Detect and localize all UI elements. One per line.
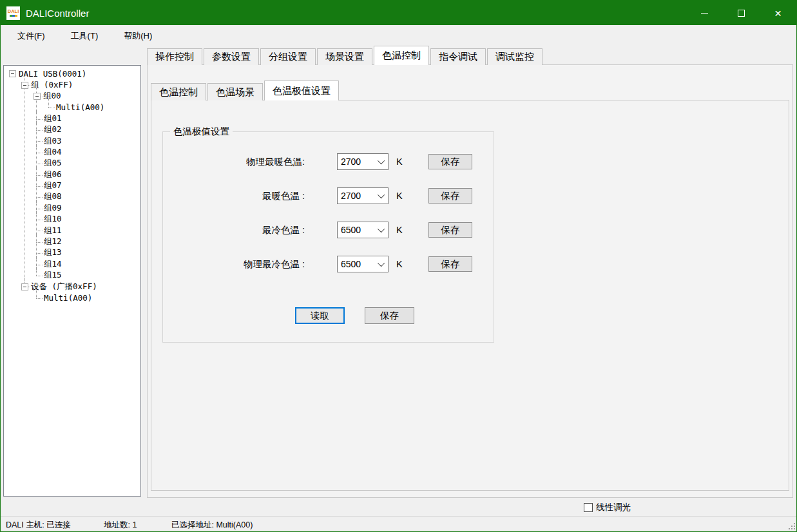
- tree-node[interactable]: 组04: [44, 147, 140, 158]
- tree-node-label[interactable]: 组13: [44, 247, 62, 258]
- tree-node-label[interactable]: DALI USB(0001): [19, 69, 86, 79]
- sub-tab[interactable]: 色温场景: [207, 83, 263, 100]
- main-tab[interactable]: 场景设置: [317, 48, 372, 65]
- tree-collapse-icon[interactable]: [34, 93, 41, 100]
- main-tab[interactable]: 操作控制: [147, 48, 202, 65]
- row-save-button[interactable]: 保存: [428, 222, 472, 238]
- linear-dimming-label: 线性调光: [596, 502, 631, 513]
- tree-collapse-icon[interactable]: [9, 70, 16, 77]
- maximize-button[interactable]: [723, 1, 760, 25]
- tree-node-label[interactable]: 组10: [44, 214, 62, 225]
- tree-collapse-icon[interactable]: [21, 82, 28, 89]
- tree-node[interactable]: 组15: [44, 270, 140, 281]
- tree-node[interactable]: 设备 (广播0xFF)Multi(A00): [32, 281, 140, 303]
- row-save-button[interactable]: 保存: [428, 154, 472, 169]
- tree-node[interactable]: 组12: [44, 236, 140, 247]
- tree-node[interactable]: 组10: [44, 214, 140, 225]
- footer-row: 线性调光: [1, 498, 797, 516]
- menu-bar: 文件(F)工具(T)帮助(H): [1, 25, 797, 46]
- tree-node[interactable]: Multi(A00): [56, 102, 140, 113]
- tree-node-label[interactable]: Multi(A00): [56, 102, 104, 112]
- tree-node-label[interactable]: 组00: [43, 91, 61, 102]
- device-tree: DALI USB(0001)组 (0xFF)组00Multi(A00)组01组0…: [6, 68, 140, 303]
- tree-node[interactable]: 组03: [44, 135, 140, 146]
- tree-collapse-icon[interactable]: [21, 283, 28, 290]
- minimize-button[interactable]: [686, 1, 723, 25]
- save-button[interactable]: 保存: [365, 307, 414, 324]
- kelvin-unit-label: K: [396, 225, 408, 235]
- status-host-connection: DALI 主机: 已连接: [6, 520, 71, 531]
- tree-node[interactable]: 组06: [44, 169, 140, 180]
- tree-node[interactable]: 组 (0xFF)组00Multi(A00)组01组02组03组04组05组06组…: [32, 79, 140, 281]
- sub-tab[interactable]: 色温控制: [151, 83, 206, 100]
- main-tab[interactable]: 参数设置: [204, 48, 259, 65]
- row-save-button[interactable]: 保存: [428, 256, 472, 272]
- chevron-down-icon[interactable]: [376, 159, 388, 164]
- status-address-count: 地址数: 1: [104, 520, 137, 531]
- tree-node[interactable]: 组02: [44, 124, 140, 135]
- device-tree-panel: DALI USB(0001)组 (0xFF)组00Multi(A00)组01组0…: [3, 65, 141, 497]
- tree-node-label[interactable]: 组 (0xFF): [31, 80, 73, 91]
- close-button[interactable]: ×: [760, 1, 796, 25]
- tree-node-label[interactable]: 组09: [44, 203, 62, 214]
- tree-node[interactable]: Multi(A00): [44, 292, 140, 303]
- title-bar: DALI DALIController ×: [1, 1, 796, 25]
- menu-item[interactable]: 帮助(H): [115, 27, 160, 45]
- ct-value-combobox[interactable]: 6500: [337, 222, 389, 238]
- tree-node[interactable]: 组09: [44, 203, 140, 214]
- tree-node-label[interactable]: 组12: [44, 236, 62, 247]
- tree-node-label[interactable]: 组07: [44, 180, 62, 191]
- tree-node[interactable]: 组13: [44, 247, 140, 258]
- main-tab[interactable]: 色温控制: [374, 46, 429, 65]
- status-bar: DALI 主机: 已连接 地址数: 1 已选择地址: Multi(A00): [1, 516, 797, 532]
- tree-node-label[interactable]: 组14: [44, 259, 62, 270]
- tree-node-label[interactable]: 组02: [44, 124, 62, 135]
- tree-node-label[interactable]: Multi(A00): [44, 293, 92, 303]
- tree-node[interactable]: 组07: [44, 180, 140, 191]
- tree-node[interactable]: 组08: [44, 191, 140, 202]
- tree-node-label[interactable]: 组04: [44, 147, 62, 158]
- resize-grip[interactable]: [787, 522, 795, 529]
- tree-node[interactable]: 组11: [44, 225, 140, 236]
- menu-item[interactable]: 文件(F): [9, 27, 53, 45]
- minimize-icon: [701, 13, 708, 14]
- main-tab-strip: 操作控制参数设置分组设置场景设置色温控制指令调试调试监控: [147, 48, 544, 65]
- tree-node-label[interactable]: 组03: [44, 136, 62, 147]
- ct-limit-row: 物理最暖色温: 2700 K 保存: [163, 153, 494, 170]
- ct-value-combobox[interactable]: 6500: [337, 256, 389, 272]
- tree-node[interactable]: DALI USB(0001)组 (0xFF)组00Multi(A00)组01组0…: [19, 68, 140, 303]
- tree-node[interactable]: 组14: [44, 259, 140, 270]
- linear-dimming-checkbox-group[interactable]: 线性调光: [584, 502, 631, 513]
- row-save-button[interactable]: 保存: [428, 188, 472, 204]
- tree-node[interactable]: 组00Multi(A00): [44, 91, 140, 113]
- ct-limits-groupbox: 色温极值设置 物理最暖色温: 2700 K 保存 最暖色温 :: [162, 131, 494, 343]
- tree-node-label[interactable]: 组08: [44, 191, 62, 202]
- tree-node[interactable]: 组01: [44, 113, 140, 124]
- sub-tab[interactable]: 色温极值设置: [264, 81, 339, 100]
- sub-tab-strip: 色温控制色温场景色温极值设置: [151, 82, 340, 100]
- tree-node-label[interactable]: 组01: [44, 113, 62, 124]
- tree-node-label[interactable]: 组15: [44, 270, 62, 281]
- ct-limit-label: 最冷色温 :: [163, 224, 305, 236]
- main-tab[interactable]: 指令调试: [430, 48, 486, 65]
- tree-node-label[interactable]: 组06: [44, 169, 62, 180]
- tree-node-label[interactable]: 设备 (广播0xFF): [31, 281, 97, 292]
- status-selected-address: 已选择地址: Multi(A00): [171, 520, 253, 531]
- menu-item[interactable]: 工具(T): [62, 27, 107, 45]
- ct-value-text: 6500: [338, 225, 376, 235]
- close-icon: ×: [774, 7, 782, 19]
- linear-dimming-checkbox[interactable]: [584, 503, 593, 512]
- app-icon-strip: [10, 15, 17, 17]
- chevron-down-icon[interactable]: [376, 227, 388, 233]
- read-button[interactable]: 读取: [295, 307, 345, 324]
- window-controls: ×: [686, 1, 796, 25]
- main-tab[interactable]: 分组设置: [260, 48, 316, 65]
- chevron-down-icon[interactable]: [376, 193, 388, 198]
- chevron-down-icon[interactable]: [376, 261, 388, 267]
- ct-value-combobox[interactable]: 2700: [337, 187, 389, 204]
- ct-value-combobox[interactable]: 2700: [337, 153, 389, 170]
- tree-node-label[interactable]: 组11: [44, 225, 62, 236]
- tree-node-label[interactable]: 组05: [44, 158, 62, 169]
- main-tab[interactable]: 调试监控: [487, 48, 543, 65]
- tree-node[interactable]: 组05: [44, 158, 140, 169]
